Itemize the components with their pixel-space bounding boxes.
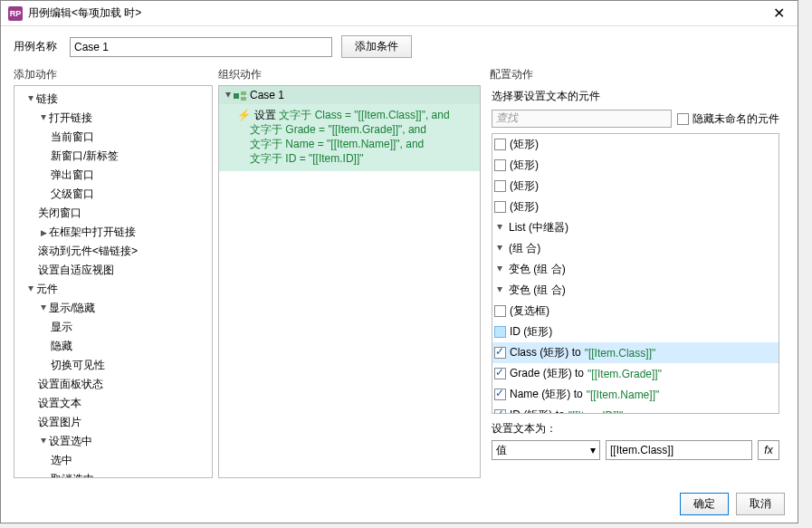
widget-group[interactable]: (组 合) [492,238,779,259]
widget-class[interactable]: Class (矩形) to "[[Item.Class]]" [492,342,779,363]
value-type-select[interactable]: 值▾ [492,440,600,460]
checkbox-icon[interactable] [494,389,506,400]
node-set-selected[interactable]: 设置选中 [16,432,210,451]
close-icon[interactable]: ✕ [768,5,790,22]
chevron-down-icon[interactable] [25,284,36,294]
node-close-window[interactable]: 关闭窗口 [16,204,210,223]
chevron-down-icon[interactable] [494,264,505,274]
checkbox-icon[interactable] [677,113,689,125]
t: 文字于 Class = [276,109,354,121]
node-widget[interactable]: 元件 [16,280,210,299]
chevron-down-icon[interactable] [494,285,505,295]
checkbox-icon[interactable] [494,347,506,359]
label: 设置自适应视图 [38,263,114,278]
widget-bianse-group[interactable]: 变色 (组 合) [492,259,779,280]
node-link[interactable]: 链接 [16,90,210,109]
set-text-controls: 值▾ fx [486,440,785,466]
titlebar: RP 用例编辑<每项加载 时> ✕ [1,1,798,26]
node-set-text[interactable]: 设置文本 [16,394,210,413]
widget-name[interactable]: Name (矩形) to "[[Item.Name]]" [492,384,779,405]
node-scroll-to[interactable]: 滚动到元件<锚链接> [16,242,210,261]
window-title: 用例编辑<每项加载 时> [28,5,768,21]
label: Class (矩形) to [510,345,581,360]
t: "[[Item.ID]]" [309,152,364,165]
organize-panel: Case 1 ⚡设置 文字于 Class = "[[Item.Class]]",… [218,85,481,478]
node-hide[interactable]: 隐藏 [16,337,210,356]
checkbox-icon[interactable] [494,326,506,338]
label: 新窗口/新标签 [51,149,119,164]
chevron-down-icon[interactable] [494,244,505,254]
node-unselected[interactable]: 取消选中 [16,470,210,478]
widget-bianse-group-2[interactable]: 变色 (组 合) [492,280,779,301]
label: (组 合) [509,241,540,256]
label: 显示 [51,320,72,335]
chevron-right-icon[interactable] [38,227,49,237]
label: 值 [496,443,507,458]
search-input[interactable]: 查找 [492,110,672,128]
chevron-down-icon[interactable] [38,437,49,446]
t: 文字于 Name = [250,138,327,150]
label: (矩形) [510,178,539,194]
checkbox-icon[interactable] [494,180,506,192]
label: 隐藏未命名的元件 [693,111,779,127]
widget-rect[interactable]: (矩形) [492,134,779,155]
fx-button[interactable]: fx [758,440,779,460]
chevron-down-icon[interactable] [494,223,505,233]
label: 显示/隐藏 [49,301,95,316]
node-toggle-visibility[interactable]: 切换可见性 [16,356,210,375]
node-parent-window[interactable]: 父级窗口 [16,185,210,204]
checkbox-icon[interactable] [494,159,506,171]
chevron-down-icon[interactable] [38,113,49,123]
node-set-adaptive[interactable]: 设置自适应视图 [16,261,210,280]
widget-checkbox-rect[interactable]: (复选框) [492,301,779,322]
label: 在框架中打开链接 [49,225,136,240]
widget-id-rect[interactable]: ID (矩形) [492,322,779,342]
chevron-down-icon[interactable] [223,91,234,101]
node-set-panel-state[interactable]: 设置面板状态 [16,375,210,394]
label: 父级窗口 [51,187,94,202]
case-row[interactable]: Case 1 [219,86,480,104]
label: 打开链接 [49,110,92,126]
widget-list[interactable]: List (中继器) [492,217,779,238]
ok-button[interactable]: 确定 [680,493,729,515]
node-current-window[interactable]: 当前窗口 [16,128,210,147]
widget-rect[interactable]: (矩形) [492,176,779,197]
chevron-down-icon[interactable] [38,303,49,313]
node-open-link[interactable]: 打开链接 [16,109,210,128]
node-selected[interactable]: 选中 [16,451,210,470]
node-set-image[interactable]: 设置图片 [16,413,210,432]
label: Grade (矩形) to [510,366,584,381]
label: Name (矩形) to [510,387,583,402]
label: ID (矩形) to [510,408,565,414]
cancel-button[interactable]: 取消 [736,493,785,515]
add-condition-button[interactable]: 添加条件 [341,35,412,58]
action-row[interactable]: ⚡设置 文字于 Class = "[[Item.Class]]", and 文字… [219,104,480,171]
widget-grade[interactable]: Grade (矩形) to "[[Item.Grade]]" [492,363,779,384]
node-show[interactable]: 显示 [16,318,210,337]
case-name-input[interactable] [70,37,332,57]
val: "[[Item.Name]]" [587,389,660,401]
label: 变色 (组 合) [509,262,566,277]
node-show-hide[interactable]: 显示/隐藏 [16,299,210,318]
widget-id[interactable]: ID (矩形) to "[[Item.ID]]" [492,405,779,414]
checkbox-icon[interactable] [494,201,506,213]
label: 切换可见性 [51,358,105,373]
hide-unnamed-toggle[interactable]: 隐藏未命名的元件 [677,111,779,127]
chevron-down-icon[interactable] [25,94,36,104]
checkbox-icon[interactable] [494,139,506,150]
value-input[interactable] [606,440,752,460]
node-popup-window[interactable]: 弹出窗口 [16,166,210,185]
val: "[[Item.Grade]]" [588,368,662,380]
widget-rect[interactable]: (矩形) [492,197,779,217]
label: List (中继器) [509,220,568,235]
checkbox-icon[interactable] [494,305,506,317]
case-name-row: 用例名称 添加条件 [1,26,798,67]
node-open-in-frame[interactable]: 在框架中打开链接 [16,223,210,242]
node-new-window[interactable]: 新窗口/新标签 [16,147,210,166]
label: (矩形) [510,199,539,215]
svg-rect-0 [234,93,239,99]
t: , and [402,123,426,136]
widget-rect[interactable]: (矩形) [492,155,779,176]
checkbox-icon[interactable] [494,368,506,379]
svg-rect-1 [241,91,246,95]
